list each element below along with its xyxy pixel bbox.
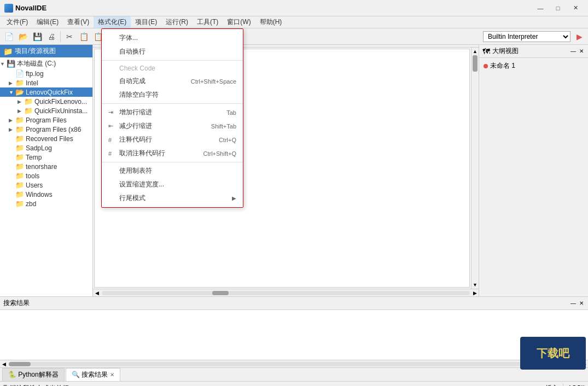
search-minus-btn[interactable]: — bbox=[569, 300, 577, 306]
root-arrow: ▼ bbox=[0, 61, 7, 67]
window-controls: — □ ✕ bbox=[532, 3, 584, 14]
tb-print[interactable]: 🖨 bbox=[45, 30, 58, 43]
menu-run[interactable]: 运行(R) bbox=[161, 16, 193, 28]
bottom-hscroll[interactable]: ◀ ▶ bbox=[0, 360, 588, 367]
menu-format[interactable]: 格式化(E) bbox=[94, 16, 131, 28]
folder-icon: 📁 bbox=[24, 97, 33, 106]
menu-clearwhitespace[interactable]: 清除空白字符 bbox=[102, 88, 243, 102]
tab-python[interactable]: 🐍 Python解释器 bbox=[2, 368, 65, 381]
tree-item-recoveredfiles[interactable]: 📁 Recovered Files bbox=[0, 134, 92, 143]
outline-item-label: 未命名 1 bbox=[490, 61, 515, 71]
outline-icon: 🗺 bbox=[482, 47, 490, 56]
tree-item-quickfixlenovo[interactable]: ▶ 📁 QuickFixLenovo... bbox=[0, 97, 92, 106]
tab-search-label: 🔍 搜索结果 bbox=[72, 370, 108, 379]
menu-window[interactable]: 窗口(W) bbox=[223, 16, 255, 28]
status-right: 插入 ASCII bbox=[545, 384, 585, 387]
hscroll-track bbox=[102, 291, 470, 295]
folder-icon: 📁 bbox=[15, 116, 24, 124]
menu-wordwrap[interactable]: 自动换行 bbox=[102, 45, 243, 59]
indent-inc-shortcut: Tab bbox=[226, 109, 236, 116]
tree-label-zbd: zbd bbox=[26, 200, 36, 208]
tree-item-tenorshare[interactable]: 📁 tenorshare bbox=[0, 162, 92, 171]
menu-file[interactable]: 文件(F) bbox=[2, 16, 32, 28]
tree-item-sadplog[interactable]: 📁 SadpLog bbox=[0, 143, 92, 153]
tree-item-tools[interactable]: 📁 tools bbox=[0, 171, 92, 180]
tree-root[interactable]: ▼ 💾 本地磁盘 (C:) bbox=[0, 59, 92, 69]
menu-view[interactable]: 查看(V) bbox=[63, 16, 94, 28]
scroll-up-arrow[interactable]: ▲ bbox=[471, 48, 479, 55]
menu-usetabs[interactable]: 使用制表符 bbox=[102, 164, 243, 178]
insert-label: 插入 bbox=[545, 384, 558, 387]
editor-vscroll[interactable]: ▲ ▼ bbox=[471, 48, 479, 289]
tb-open[interactable]: 📂 bbox=[16, 30, 30, 43]
menu-tools[interactable]: 工具(T) bbox=[193, 16, 223, 28]
item-arrow: ▶ bbox=[18, 99, 24, 104]
menu-project[interactable]: 项目(E) bbox=[131, 16, 161, 28]
menu-sep-2 bbox=[102, 103, 243, 104]
tb-new[interactable]: 📄 bbox=[2, 30, 15, 43]
menu-autocomplete[interactable]: 自动完成 Ctrl+Shift+Space bbox=[102, 74, 243, 88]
menu-checkcode[interactable]: Check Code bbox=[102, 62, 243, 74]
tb-save[interactable]: 💾 bbox=[31, 30, 44, 43]
hscroll-right-arrow[interactable]: ▶ bbox=[471, 289, 479, 297]
menu-bar: 文件(F) 编辑(E) 查看(V) 格式化(E) 项目(E) 运行(R) 工具(… bbox=[0, 16, 588, 28]
outline-item[interactable]: 未命名 1 bbox=[481, 60, 586, 72]
bottom-scroll-left[interactable]: ◀ bbox=[0, 360, 8, 368]
status-sep bbox=[563, 384, 563, 386]
close-button[interactable]: ✕ bbox=[567, 3, 584, 14]
menu-setindent[interactable]: 设置缩进宽度... bbox=[102, 178, 243, 191]
search-area: 搜索结果 — ✕ ◀ ▶ bbox=[0, 296, 588, 367]
tab-search-close[interactable]: ✕ bbox=[110, 372, 114, 378]
comment-shortcut: Ctrl+Q bbox=[219, 137, 236, 143]
tree-item-programfilesx86[interactable]: ▶ 📁 Program Files (x86 bbox=[0, 125, 92, 134]
tree-item-temp[interactable]: 📁 Temp bbox=[0, 153, 92, 162]
editor-hscroll[interactable]: ◀ ▶ bbox=[93, 289, 479, 296]
tree-item-programfiles[interactable]: ▶ 📁 Program Files bbox=[0, 115, 92, 125]
item-arrow: ▶ bbox=[9, 118, 15, 123]
tb-copy[interactable]: 📋 bbox=[77, 30, 90, 43]
hscroll-left-arrow[interactable]: ◀ bbox=[93, 289, 101, 297]
menu-help[interactable]: 帮助(H) bbox=[255, 16, 287, 28]
menu-sep-3 bbox=[102, 162, 243, 162]
interpreter-select[interactable]: Builtin Interpreter Python 3 bbox=[483, 31, 570, 42]
tree-item-quickfixuninsta[interactable]: ▶ 📁 QuickFixUninsta... bbox=[0, 106, 92, 115]
tb-cut[interactable]: ✂ bbox=[63, 30, 76, 43]
minimize-button[interactable]: — bbox=[532, 3, 549, 14]
menu-lineend[interactable]: 行尾模式 ▶ bbox=[102, 191, 243, 205]
menu-comment[interactable]: # 注释代码行 Ctrl+Q bbox=[102, 133, 243, 147]
tab-search[interactable]: 🔍 搜索结果 ✕ bbox=[66, 368, 120, 381]
menu-edit[interactable]: 编辑(E) bbox=[32, 16, 63, 28]
search-close-btn[interactable]: ✕ bbox=[578, 300, 585, 306]
tree-label-quickfixlenovo: QuickFixLenovo... bbox=[34, 98, 87, 106]
folder-icon: 📁 bbox=[15, 79, 24, 87]
checkcode-label: Check Code bbox=[119, 65, 236, 72]
menu-font[interactable]: 字体... bbox=[102, 31, 243, 45]
menu-uncomment[interactable]: # 取消注释代码行 Ctrl+Shift+Q bbox=[102, 147, 243, 160]
tree-item-lenovo[interactable]: ▼ 📂 LenovoQuickFix bbox=[0, 87, 92, 97]
tree-label-tenorshare: tenorshare bbox=[26, 163, 57, 171]
outline-close-btn[interactable]: ✕ bbox=[578, 48, 585, 54]
tree-item-windows[interactable]: 📁 Windows bbox=[0, 190, 92, 199]
sidebar-header: 📁 项目/资源视图 bbox=[0, 45, 92, 57]
outline-minus-btn[interactable]: — bbox=[569, 48, 577, 54]
usetabs-label: 使用制表符 bbox=[119, 166, 236, 176]
sidebar-title: 项目/资源视图 bbox=[15, 46, 56, 56]
tb-run[interactable]: ▶ bbox=[573, 30, 586, 43]
toolbar: 📄 📂 💾 🖨 ✂ 📋 📋 ↩ ↪ Builtin Interpreter Py… bbox=[0, 28, 588, 45]
folder-icon: 📁 bbox=[15, 153, 24, 161]
tree-item-intel[interactable]: ▶ 📁 Intel bbox=[0, 78, 92, 87]
tree-item-zbd[interactable]: 📁 zbd bbox=[0, 199, 92, 208]
menu-indent-decrease[interactable]: ⇤ 减少行缩进 Shift+Tab bbox=[102, 119, 243, 133]
outline-header: 🗺 大纲视图 — ✕ bbox=[479, 45, 588, 58]
lineend-label: 行尾模式 bbox=[119, 194, 232, 203]
tree-label-sadplog: SadpLog bbox=[26, 144, 52, 152]
tree-item-ftplog[interactable]: 📄 ftp.log bbox=[0, 69, 92, 78]
menu-indent-increase[interactable]: ⇥ 增加行缩进 Tab bbox=[102, 106, 243, 119]
tree-label-temp: Temp bbox=[26, 154, 42, 161]
scroll-down-arrow[interactable]: ▼ bbox=[471, 281, 479, 289]
indent-dec-icon: ⇤ bbox=[108, 122, 117, 130]
tree-item-users[interactable]: 📁 Users bbox=[0, 180, 92, 190]
menu-sep-1 bbox=[102, 60, 243, 61]
bottom-scroll-thumb bbox=[9, 362, 31, 366]
maximize-button[interactable]: □ bbox=[550, 3, 566, 14]
